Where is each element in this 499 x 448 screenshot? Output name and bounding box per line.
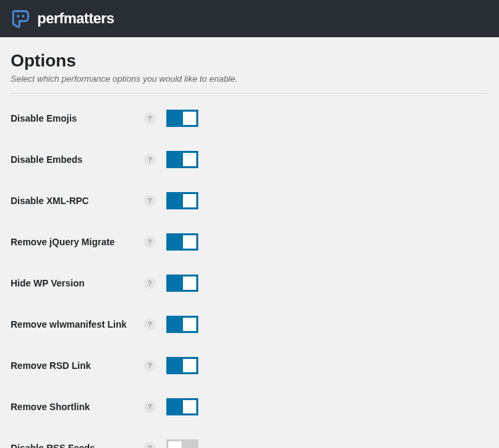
options-list: Disable Emojis ? Disable Embeds ? Disabl… (11, 110, 488, 448)
option-row: Disable Emojis ? (11, 110, 488, 127)
option-row: Hide WP Version ? (11, 275, 488, 292)
svg-point-0 (17, 15, 19, 17)
option-label: Hide WP Version (11, 278, 144, 288)
toggle-disable-embeds[interactable] (166, 151, 198, 168)
toggle-remove-rsd[interactable] (166, 357, 198, 374)
help-icon[interactable]: ? (144, 401, 156, 413)
page-subtitle: Select which performance options you wou… (11, 74, 488, 94)
toggle-remove-jquery-migrate[interactable] (166, 233, 198, 251)
toggle-disable-xmlrpc[interactable] (166, 192, 198, 209)
help-icon[interactable]: ? (144, 112, 156, 124)
option-label: Remove wlwmanifest Link (11, 319, 144, 330)
help-icon[interactable]: ? (144, 318, 156, 330)
help-icon[interactable]: ? (144, 277, 156, 289)
option-label: Remove jQuery Migrate (11, 237, 144, 247)
page-title: Options (11, 51, 488, 71)
content-area: Options Select which performance options… (0, 37, 499, 448)
help-icon[interactable]: ? (144, 442, 156, 448)
toggle-remove-shortlink[interactable] (166, 398, 198, 415)
option-label: Remove Shortlink (11, 401, 144, 412)
brand-logo: perfmatters (11, 9, 114, 29)
option-row: Disable XML-RPC ? (11, 192, 488, 209)
help-icon[interactable]: ? (144, 360, 156, 372)
app-header: perfmatters (0, 0, 499, 37)
option-row: Remove wlwmanifest Link ? (11, 316, 488, 333)
help-icon[interactable]: ? (144, 154, 156, 166)
perfmatters-icon (11, 9, 31, 29)
toggle-disable-rss[interactable] (166, 439, 198, 448)
help-icon[interactable]: ? (144, 195, 156, 207)
toggle-disable-emojis[interactable] (166, 110, 198, 127)
svg-point-1 (22, 15, 25, 17)
help-icon[interactable]: ? (144, 236, 156, 248)
option-label: Disable RSS Feeds (11, 443, 144, 448)
option-row: Remove Shortlink ? (11, 398, 488, 415)
option-label: Disable Embeds (11, 154, 144, 165)
brand-name: perfmatters (37, 10, 114, 27)
option-label: Disable XML-RPC (11, 195, 144, 206)
toggle-hide-wp-version[interactable] (166, 275, 198, 292)
option-label: Remove RSD Link (11, 360, 144, 371)
option-row: Remove RSD Link ? (11, 357, 488, 374)
option-label: Disable Emojis (11, 113, 144, 124)
option-row: Disable Embeds ? (11, 151, 488, 168)
toggle-remove-wlwmanifest[interactable] (166, 316, 198, 333)
option-row: Disable RSS Feeds ? (11, 439, 488, 448)
option-row: Remove jQuery Migrate ? (11, 233, 488, 251)
